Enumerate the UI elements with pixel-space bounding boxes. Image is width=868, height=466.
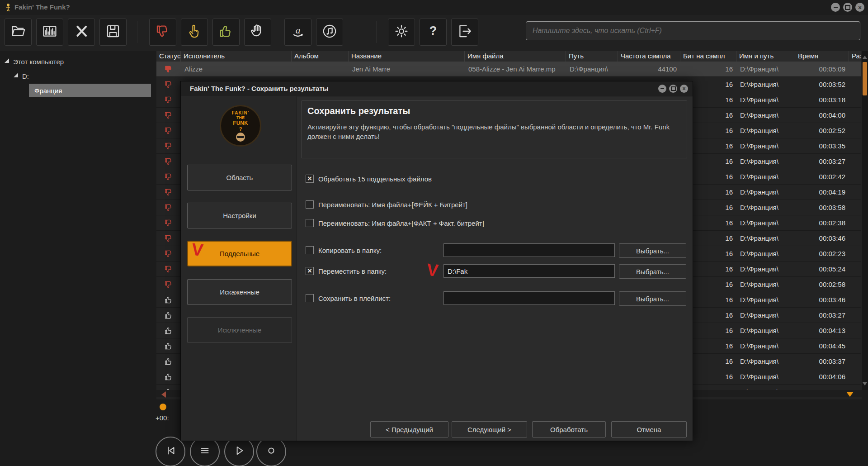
playlist-input[interactable]	[443, 291, 615, 305]
mark-manual-button[interactable]	[244, 19, 271, 46]
thumbdown-icon	[155, 24, 170, 41]
cell-name-path: D:\Франция\	[736, 296, 795, 304]
cell-name-path: D:\Франция\	[736, 81, 795, 88]
window-controls: ×	[831, 3, 864, 12]
open-folder-button[interactable]	[5, 19, 32, 46]
copy-checkbox[interactable]	[306, 246, 314, 254]
expanded-triangle-icon[interactable]	[5, 58, 9, 63]
previous-button[interactable]: < Предыдущий	[370, 421, 448, 437]
cell-time: 00:04:00	[795, 111, 849, 119]
maximize-icon[interactable]	[843, 3, 852, 12]
cell-time: 00:02:58	[795, 281, 849, 288]
mark-good-button[interactable]	[212, 19, 240, 46]
thumb-down-icon	[156, 65, 181, 74]
column-header-3[interactable]: Название	[349, 51, 465, 62]
copy-browse-button[interactable]: Выбрать...	[619, 243, 686, 258]
titlebar: Fakin' The Funk? ×	[0, 0, 868, 15]
nav-area-button[interactable]: Область	[187, 165, 292, 190]
column-header-0[interactable]: Статус	[156, 51, 181, 62]
column-header-1[interactable]: Исполнитель	[181, 51, 292, 62]
search-input[interactable]	[526, 21, 860, 40]
column-header-7[interactable]: Бит на сэмпл	[680, 51, 736, 62]
nav-distorted-button[interactable]: Искаженные	[187, 279, 292, 305]
tree-item-computer[interactable]: Этот компьютер	[5, 55, 64, 68]
column-header-5[interactable]: Путь	[566, 51, 618, 62]
thumb-down-icon	[156, 280, 181, 289]
scroll-down-icon[interactable]	[863, 382, 867, 388]
tree-item-label: Этот компьютер	[13, 58, 64, 66]
nav-label: Искаженные	[220, 288, 259, 296]
nav-label: Настройки	[223, 212, 256, 219]
mark-fake-button[interactable]	[149, 19, 176, 46]
thumb-down-icon	[156, 172, 181, 181]
cell-name-path: D:\Франция\	[736, 157, 795, 165]
xcross-icon	[74, 24, 89, 41]
button-label: Отмена	[637, 426, 661, 433]
table-row[interactable]: AlizzeJen Ai Marre058-Alizze - Jen Ai Ma…	[156, 62, 862, 77]
button-label: Следующий >	[467, 426, 511, 433]
tree-item-drive-d[interactable]: D:	[14, 69, 29, 83]
option-move: Переместить в папку:	[306, 266, 387, 276]
save-button[interactable]	[99, 19, 127, 46]
music-icon	[322, 24, 337, 41]
close-icon[interactable]: ×	[855, 3, 864, 12]
scroll-right-icon[interactable]	[846, 392, 854, 400]
dialog-heading: Сохранить результаты	[307, 106, 410, 116]
cell-name-path: D:\Франция\	[736, 281, 795, 288]
dialog-minimize-icon[interactable]	[658, 85, 666, 93]
help-button[interactable]: ?	[420, 19, 447, 46]
move-checkbox[interactable]	[306, 267, 314, 275]
cell-time: 00:03:37	[795, 357, 849, 365]
dialog-close-icon[interactable]: ×	[680, 85, 688, 93]
process-checkbox[interactable]	[306, 175, 314, 183]
cell-time: 00:04:06	[795, 373, 849, 380]
cell-name-path: D:\Франция\	[736, 234, 795, 242]
stop-icon	[264, 444, 278, 459]
thumbup-icon	[218, 24, 234, 41]
vertical-scrollbar[interactable]	[861, 51, 868, 390]
nav-excluded-button[interactable]: Исключенные	[187, 317, 292, 343]
cell-time: 00:04:45	[795, 342, 849, 350]
move-browse-button[interactable]: Выбрать...	[619, 264, 686, 279]
playlist-browse-button[interactable]: Выбрать...	[619, 291, 686, 306]
copy-folder-input[interactable]	[443, 243, 615, 257]
option-rename-fake: Переименовать: Имя файла+[ФЕЙК + Битрейт…	[306, 200, 467, 209]
exit-button[interactable]	[451, 19, 478, 46]
column-header-2[interactable]: Альбом	[292, 51, 349, 62]
thumb-up-icon	[156, 372, 181, 381]
column-header-6[interactable]: Частота сэмпла	[618, 51, 680, 62]
tree-item-france[interactable]: Франция	[29, 84, 151, 97]
dialog-maximize-icon[interactable]	[669, 85, 677, 93]
rename-fake-checkbox[interactable]	[306, 200, 314, 209]
nav-settings-button[interactable]: Настройки	[187, 203, 292, 228]
column-header-4[interactable]: Имя файла	[465, 51, 566, 62]
vertical-scroll-thumb[interactable]	[863, 62, 867, 95]
process-button[interactable]: Обработать	[532, 421, 606, 437]
scroll-left-icon[interactable]	[158, 391, 166, 398]
playlist-checkbox[interactable]	[306, 294, 314, 302]
nav-label: Область	[226, 174, 253, 181]
column-header-9[interactable]: Время	[795, 51, 849, 62]
clear-list-button[interactable]	[68, 19, 95, 46]
amazon-button[interactable]: a	[284, 19, 311, 46]
next-button[interactable]: Следующий >	[452, 421, 527, 437]
waveform-button[interactable]	[36, 19, 63, 46]
move-folder-input[interactable]	[443, 264, 615, 278]
column-header-8[interactable]: Имя и путь	[736, 51, 795, 62]
rename-fact-checkbox[interactable]	[306, 219, 314, 227]
column-header-10[interactable]: Разм	[849, 51, 862, 62]
seek-slider-thumb[interactable]	[160, 404, 166, 410]
gear-icon	[394, 24, 409, 41]
cancel-button[interactable]: Отмена	[611, 421, 687, 437]
mark-suspicious-button[interactable]	[181, 19, 208, 46]
cell-time: 00:03:35	[795, 142, 849, 150]
expanded-triangle-icon[interactable]	[14, 73, 18, 77]
exit-icon	[457, 24, 472, 41]
scroll-up-icon[interactable]	[863, 53, 867, 59]
cell-title: Jen Ai Marre	[349, 65, 465, 73]
settings-button[interactable]	[388, 19, 415, 46]
nav-label: Поддельные	[220, 250, 259, 257]
minimize-icon[interactable]	[831, 3, 840, 12]
cell-sample-rate: 44100	[618, 65, 680, 73]
itunes-button[interactable]	[316, 19, 343, 46]
